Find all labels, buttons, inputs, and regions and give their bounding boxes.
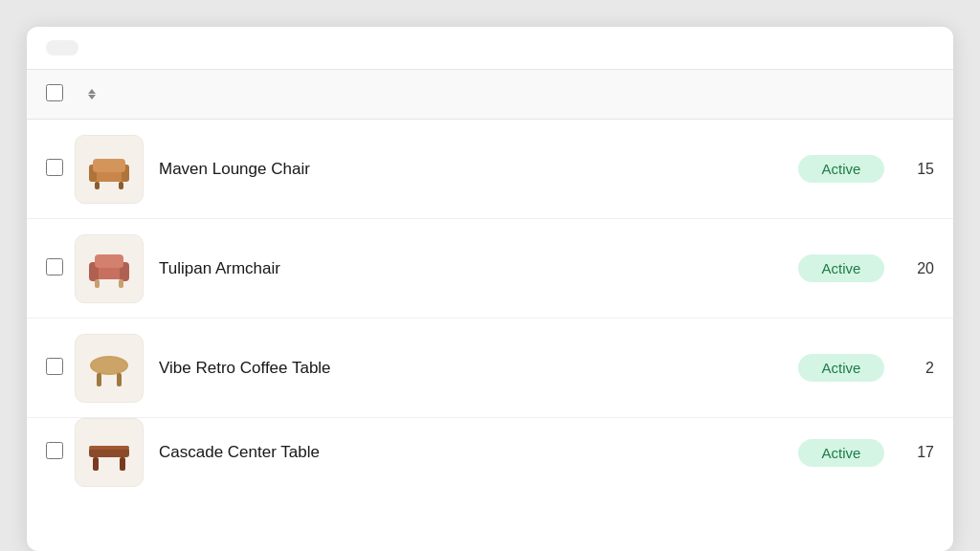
svg-rect-14	[117, 373, 122, 386]
table-row: Maven Lounge Chair Active 15	[27, 120, 953, 219]
product-name-2: Vibe Retro Coffee Table	[159, 359, 798, 378]
inventory-value-1: 20	[896, 260, 934, 277]
sort-descending-icon	[88, 95, 96, 99]
status-badge-0: Active	[798, 155, 884, 183]
inventory-value-0: 15	[896, 161, 934, 178]
table-row: Cascade Center Table Active 17	[27, 418, 953, 487]
svg-rect-4	[95, 182, 100, 189]
product-thumbnail-1	[75, 234, 144, 303]
status-badge-2: Active	[798, 354, 884, 382]
row-checkbox-1[interactable]	[46, 258, 75, 279]
svg-rect-19	[89, 446, 129, 450]
product-list: Maven Lounge Chair Active 15 Tulipan Arm…	[27, 120, 953, 487]
svg-point-15	[92, 358, 126, 373]
select-all-input[interactable]	[46, 84, 63, 101]
status-badge-1: Active	[798, 254, 884, 282]
svg-rect-5	[119, 182, 123, 189]
svg-rect-9	[95, 254, 123, 268]
product-name-0: Maven Lounge Chair	[159, 160, 798, 179]
sort-icon[interactable]	[88, 89, 96, 99]
product-thumbnail-3	[75, 418, 144, 487]
row-checkbox-input-1[interactable]	[46, 258, 63, 276]
svg-rect-18	[120, 457, 125, 471]
tab-draft[interactable]	[117, 40, 147, 55]
table-row: Tulipan Armchair Active 20	[27, 219, 953, 319]
product-thumbnail-2	[75, 334, 144, 403]
row-checkbox-2[interactable]	[46, 358, 75, 379]
product-column-header	[75, 89, 858, 99]
inventory-value-3: 17	[896, 444, 934, 461]
product-thumbnail-0	[75, 135, 144, 204]
row-checkbox-3[interactable]	[46, 442, 75, 463]
row-checkbox-0[interactable]	[46, 159, 75, 180]
table-row: Vibe Retro Coffee Table Active 2	[27, 319, 953, 418]
tab-bar	[27, 27, 953, 70]
tab-all[interactable]	[46, 40, 78, 55]
svg-rect-13	[97, 373, 101, 386]
svg-rect-11	[119, 279, 123, 288]
inventory-value-2: 2	[896, 360, 934, 377]
row-checkbox-input-2[interactable]	[46, 358, 63, 375]
status-badge-3: Active	[798, 439, 884, 467]
tab-archived[interactable]	[151, 40, 182, 55]
tab-add-button[interactable]	[186, 40, 205, 55]
main-window: Maven Lounge Chair Active 15 Tulipan Arm…	[27, 27, 953, 551]
row-checkbox-input-3[interactable]	[46, 442, 63, 459]
product-name-3: Cascade Center Table	[159, 443, 798, 462]
svg-rect-17	[93, 457, 99, 471]
svg-rect-10	[95, 279, 100, 288]
sort-ascending-icon	[88, 89, 96, 94]
svg-rect-3	[93, 159, 125, 172]
select-all-checkbox[interactable]	[46, 84, 75, 105]
row-checkbox-input-0[interactable]	[46, 159, 63, 176]
tab-active[interactable]	[82, 40, 113, 55]
product-name-1: Tulipan Armchair	[159, 259, 798, 278]
table-header	[27, 70, 953, 120]
